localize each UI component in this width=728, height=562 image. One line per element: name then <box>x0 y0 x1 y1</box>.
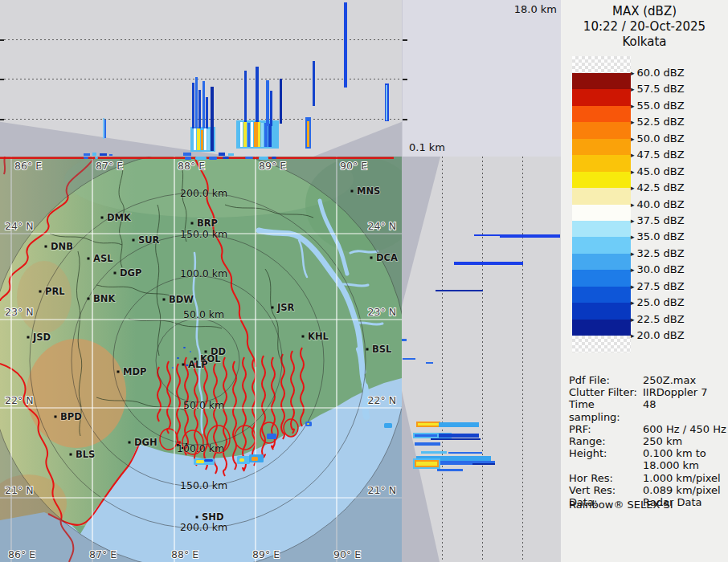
metadata-row: Height:0.100 km to <box>569 447 723 459</box>
city-label: DGH <box>134 437 157 448</box>
radar-echo <box>272 157 276 159</box>
legend-arrow-icon: ▸ <box>631 102 635 110</box>
legend-arrow-icon: ▸ <box>631 201 635 209</box>
metadata-value: IIRDoppler 7 <box>643 386 723 398</box>
legend-arrow-icon: ▸ <box>631 151 635 159</box>
dbz-color-block <box>572 221 631 237</box>
latitude-label: 23° N <box>5 306 33 318</box>
height-gridline <box>522 157 523 562</box>
range-ring-label: 200.0 km <box>180 187 227 199</box>
legend-entry: ▸47.5 dBZ <box>631 149 685 161</box>
radar-map: .glabel{font:12.5px "DejaVu Sans";fill:#… <box>0 157 402 562</box>
software-brand: Rainbow® SELEX-SI <box>569 499 673 511</box>
city-label: BDW <box>169 294 194 305</box>
dbz-color-block <box>572 336 631 352</box>
height-axis-corner: 18.0 km 0.1 km <box>402 0 562 157</box>
echo-profile-bar <box>472 463 495 465</box>
longitude-label: 87° E <box>96 160 123 172</box>
dbz-color-block <box>572 205 631 221</box>
dbz-color-block <box>572 270 631 286</box>
echo-profile-bar <box>261 123 264 147</box>
dbz-color-block <box>572 254 631 270</box>
legend-arrow-icon: ▸ <box>631 332 635 340</box>
echo-profile-bar <box>474 234 501 236</box>
dbz-threshold-label: 22.5 dBZ <box>637 313 685 325</box>
echo-profile-bar <box>198 90 201 128</box>
dbz-threshold-label: 25.0 dBZ <box>637 296 685 308</box>
metadata-key: Pdf File: <box>569 374 643 386</box>
latitude-label: 24° N <box>368 220 396 232</box>
dbz-threshold-label: 57.5 dBZ <box>637 83 685 95</box>
dbz-color-block <box>572 287 631 303</box>
legend-entry: ▸40.0 dBZ <box>631 198 685 210</box>
legend-arrow-icon: ▸ <box>631 217 635 225</box>
longitude-label: 88° E <box>171 548 198 560</box>
metadata-row: 18.000 km <box>569 459 723 471</box>
dbz-color-block <box>572 122 631 138</box>
echo-profile-bar <box>386 85 387 120</box>
station-name: Kolkata <box>561 35 728 50</box>
dbz-threshold-label: 55.0 dBZ <box>637 100 685 112</box>
legend-entry: ▸50.0 dBZ <box>631 132 685 145</box>
radar-echo <box>172 367 174 369</box>
longitude-label: 89° E <box>259 160 286 172</box>
legend-header: MAX (dBZ) 10:22 / 20-Oct-2025 Kolkata <box>561 4 728 50</box>
dbz-color-block <box>572 188 631 204</box>
radar-echo <box>183 347 186 348</box>
beam-blockage-wedge <box>402 391 440 562</box>
radar-echo <box>239 458 244 462</box>
echo-profile-bar <box>256 67 259 122</box>
echo-profile-bar <box>307 121 309 147</box>
metadata-value: 0.100 km to <box>643 447 723 459</box>
city-label: ALP <box>188 359 208 370</box>
echo-profile-bar <box>415 434 437 437</box>
radar-echo <box>190 351 191 352</box>
city-marker <box>101 217 104 219</box>
city-marker <box>117 371 120 373</box>
dbz-threshold-label: 42.5 dBZ <box>637 181 685 193</box>
longitude-label: 89° E <box>252 548 280 560</box>
echo-profile-bar <box>84 153 90 156</box>
dbz-threshold-label: 32.5 dBZ <box>637 247 685 259</box>
echo-profile-bar <box>204 128 207 150</box>
latitude-label: 22° N <box>368 394 396 406</box>
city-marker <box>88 258 90 260</box>
radar-echo <box>252 457 258 461</box>
dbz-color-block <box>572 320 631 336</box>
latitude-label: 23° N <box>368 306 396 318</box>
beam-blockage-wedge <box>313 120 402 157</box>
ns-height-profile-panel <box>402 157 561 562</box>
legend-entry: ▸25.0 dBZ <box>631 296 685 308</box>
dbz-color-block <box>572 56 631 73</box>
range-ring-label: 50.0 km <box>183 308 224 320</box>
echo-profile-bar <box>104 120 106 138</box>
legend-arrow-icon: ▸ <box>631 168 635 176</box>
legend-arrow-icon: ▸ <box>631 250 635 258</box>
legend-arrow-icon: ▸ <box>631 266 635 274</box>
echo-profile-bar <box>195 77 198 128</box>
legend-entry: ▸27.5 dBZ <box>631 280 685 292</box>
ew-height-profile-panel <box>0 0 402 157</box>
radar-echo <box>204 459 213 462</box>
echo-profile-bar <box>100 153 107 156</box>
city-label: BLS <box>76 449 95 460</box>
echo-profile-bar <box>183 153 191 156</box>
metadata-key <box>569 459 643 471</box>
axis-tick <box>403 119 407 120</box>
echo-profile-bar <box>426 362 433 364</box>
latitude-label: 22° N <box>5 394 33 406</box>
legend-arrow-icon: ▸ <box>631 184 635 192</box>
city-marker <box>114 272 117 275</box>
metadata-key: Vert Res: <box>569 484 643 496</box>
dbz-color-block <box>572 73 631 89</box>
echo-profile-bar <box>448 452 482 454</box>
echo-profile-bar <box>421 451 447 454</box>
metadata-row: Pdf File:250Z.max <box>569 374 723 386</box>
city-label: BPD <box>60 411 82 422</box>
height-axis-min-label: 0.1 km <box>409 141 445 153</box>
radar-echo <box>307 423 309 425</box>
legend-arrow-icon: ▸ <box>631 316 635 324</box>
legend-entry: ▸60.0 dBZ <box>631 67 685 79</box>
echo-profile-bar <box>280 79 282 124</box>
city-label: BSL <box>372 344 392 355</box>
